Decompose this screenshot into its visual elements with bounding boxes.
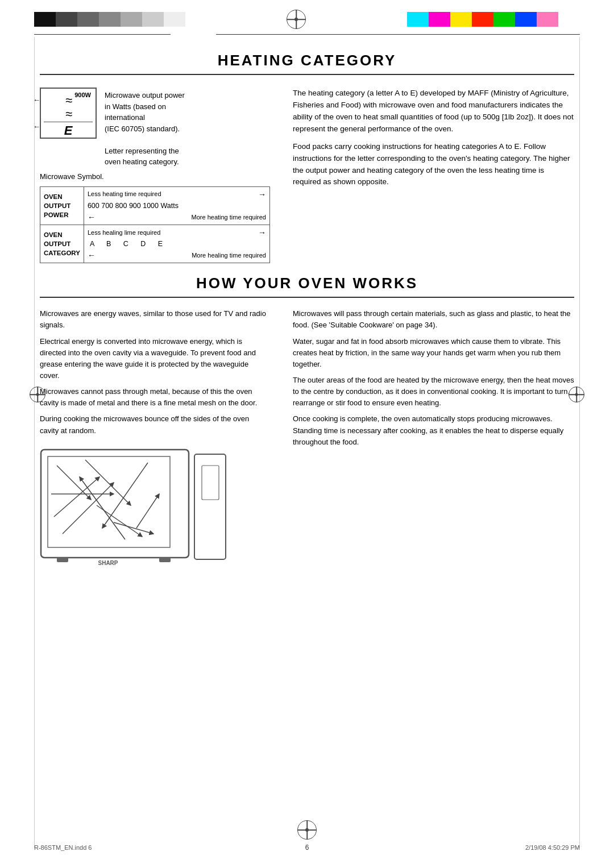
- svg-rect-0: [41, 450, 189, 558]
- svg-line-8: [80, 477, 125, 539]
- svg-rect-12: [194, 454, 226, 559]
- bar-light-gray2: [142, 12, 164, 27]
- page-number: 6: [305, 844, 309, 852]
- bar-blue: [515, 12, 537, 27]
- bar-mid-gray1: [77, 12, 99, 27]
- label-oven-output-category: OVENOUTPUTCATEGORY: [40, 225, 84, 263]
- bar-red: [472, 12, 493, 27]
- left-color-bars: [34, 12, 185, 27]
- svg-text:SHARP: SHARP: [98, 560, 118, 566]
- how-oven-works-section: Microwaves are energy waves, similar to …: [40, 308, 574, 574]
- bar-dark-gray: [56, 12, 77, 27]
- table-row-power: OVENOUTPUTPOWER Less heating time requir…: [40, 186, 270, 225]
- bar-near-white: [164, 12, 185, 27]
- bar-magenta: [429, 12, 450, 27]
- left-margin-crosshair: [30, 387, 45, 402]
- arrow-right-cat: →: [258, 227, 266, 238]
- works-right-para4: Once cooking is complete, the oven autom…: [293, 413, 574, 447]
- more-heating-power-row: ← More heating time required: [88, 212, 266, 222]
- arrow-e: ←: [33, 122, 40, 131]
- works-para1: Microwaves are energy waves, similar to …: [40, 308, 270, 331]
- wave-symbol: ≈≈: [65, 94, 71, 120]
- bar-white: [558, 12, 580, 27]
- right-margin-line: [579, 37, 580, 848]
- arrow-right-power: →: [258, 189, 266, 200]
- svg-line-3: [85, 460, 131, 505]
- arrow-900w: ←: [33, 95, 40, 104]
- heating-right-para1: The heating category (a letter A to E) d…: [293, 88, 574, 135]
- category-arrows-values: Less healing lime required → A B C D E ←…: [84, 225, 269, 263]
- label-oven-output-power: OVENOUTPUTPOWER: [40, 186, 84, 225]
- works-right-para3: The outer areas of the food are heated b…: [293, 375, 574, 409]
- power-arrows-values: Less heating time required → 600 700 800…: [84, 186, 269, 225]
- symbol-description: Microwave output power in Watts (based o…: [105, 88, 185, 168]
- arrow-left-power: ←: [88, 212, 96, 222]
- file-label: R-86STM_EN.indd 6: [34, 844, 92, 851]
- crosshair-top: [287, 10, 306, 29]
- less-heating-cat-row: Less healing lime required →: [88, 227, 266, 238]
- bar-light-gray1: [121, 12, 142, 27]
- arrow-left-cat: ←: [88, 250, 96, 260]
- oven-diagram: SHARP: [40, 446, 227, 574]
- works-para2: Electrical energy is converted into micr…: [40, 336, 270, 382]
- svg-rect-13: [202, 466, 219, 500]
- heating-category-section: 900W ← ≈≈ E ← Microwave output power in …: [40, 88, 574, 263]
- bottom-crosshair: [297, 820, 317, 840]
- top-rule: [0, 34, 614, 35]
- left-margin-line: [34, 37, 35, 848]
- heating-table: OVENOUTPUTPOWER Less heating time requir…: [40, 186, 270, 264]
- right-color-bars: [407, 12, 580, 27]
- page-bottom-bar: R-86STM_EN.indd 6 6 2/19/08 4:50:29 PM: [0, 844, 614, 851]
- bar-yellow: [450, 12, 472, 27]
- symbol-caption: Microwave Symbol.: [40, 172, 270, 181]
- power-arrow-container: Less heating time required → 600 700 800…: [88, 189, 266, 222]
- more-heating-cat-label: More healing time required: [96, 251, 266, 259]
- less-heating-power-label: Less heating time required: [88, 190, 258, 198]
- works-para3: Microwaves cannot pass through metal, be…: [40, 386, 270, 409]
- symbol-graphic-wrapper: 900W ← ≈≈ E ←: [40, 88, 97, 139]
- works-right-col: Microwaves will pass through certain mat…: [293, 308, 574, 574]
- oven-svg: SHARP: [40, 446, 227, 571]
- heating-left-col: 900W ← ≈≈ E ← Microwave output power in …: [40, 88, 270, 263]
- date-label: 2/19/08 4:50:29 PM: [525, 844, 580, 851]
- right-margin-crosshair: [569, 387, 584, 402]
- works-para4: During cooking the microwaves bounce off…: [40, 413, 270, 436]
- microwave-symbol-box: 900W ← ≈≈ E ← Microwave output power in …: [40, 88, 270, 168]
- rule-left: [34, 34, 171, 35]
- less-heating-cat-label: Less healing lime required: [88, 229, 258, 236]
- category-arrow-container: Less healing lime required → A B C D E ←…: [88, 227, 266, 260]
- bar-green: [493, 12, 515, 27]
- symbol-graphic: 900W ← ≈≈ E ←: [40, 88, 97, 139]
- more-heating-cat-row: ← More healing time required: [88, 250, 266, 260]
- works-right-para2: Water, sugar and fat in food absorb micr…: [293, 336, 574, 370]
- works-right-para1: Microwaves will pass through certain mat…: [293, 308, 574, 331]
- cat-values: A B C D E: [88, 239, 266, 249]
- svg-line-5: [63, 483, 114, 534]
- bar-pink: [537, 12, 558, 27]
- svg-line-2: [57, 466, 91, 500]
- svg-rect-1: [48, 456, 170, 547]
- color-bars-header: [0, 0, 614, 34]
- more-heating-power-label: More heating time required: [96, 213, 266, 221]
- svg-rect-15: [57, 558, 68, 562]
- less-heating-power-row: Less heating time required →: [88, 189, 266, 200]
- table-row-category: OVENOUTPUTCATEGORY Less healing lime req…: [40, 225, 270, 263]
- top-center-crosshair: [185, 10, 407, 29]
- how-oven-works-title: HOW YOUR OVEN WORKS: [40, 275, 574, 298]
- heating-right-para2: Food packs carry cooking instructions fo…: [293, 141, 574, 189]
- svg-rect-16: [159, 558, 171, 562]
- symbol-900w: 900W: [73, 92, 92, 98]
- crosshair-bottom: [297, 820, 317, 840]
- bar-cyan: [407, 12, 429, 27]
- e-symbol: E: [44, 122, 93, 138]
- bar-black: [34, 12, 56, 27]
- bar-mid-gray2: [99, 12, 121, 27]
- heating-category-title: HEATING CATEGORY: [40, 52, 574, 75]
- watt-values: 600 700 800 900 1000 Watts: [88, 201, 266, 211]
- main-content: HEATING CATEGORY 900W ← ≈≈ E ←: [0, 36, 614, 574]
- svg-line-9: [54, 477, 99, 517]
- heating-right-col: The heating category (a letter A to E) d…: [293, 88, 574, 263]
- works-left-col: Microwaves are energy waves, similar to …: [40, 308, 270, 574]
- rule-right: [216, 34, 580, 35]
- svg-line-10: [136, 494, 159, 528]
